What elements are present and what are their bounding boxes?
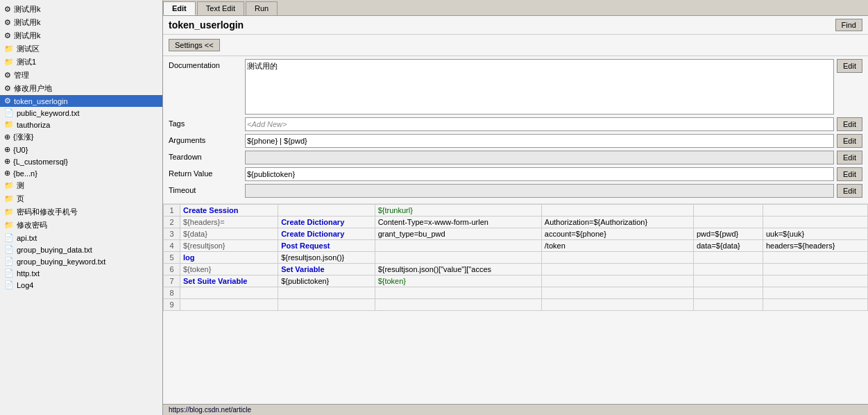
cell-r3-c2[interactable]: Create Dictionary [278, 228, 375, 240]
sidebar-item-circle3[interactable]: ⊕ {L_customersql} [0, 155, 162, 167]
sidebar-item-public-keyword[interactable]: 📄 public_keyword.txt [0, 107, 162, 119]
settings-button[interactable]: Settings << [169, 39, 220, 51]
sidebar-item-circle2[interactable]: ⊕ {U0} [0, 144, 162, 155]
cell-r7-c3[interactable]: ${token} [375, 276, 541, 287]
cell-r3-c3[interactable]: grant_type=bu_pwd [375, 228, 541, 240]
cell-r6-c5[interactable] [694, 264, 763, 276]
cell-r2-c6[interactable] [763, 217, 867, 228]
return-value-input[interactable] [245, 167, 834, 181]
tab-bar: Edit Text Edit Run [163, 0, 868, 16]
cell-r6-c3[interactable]: ${resultjson.json()["value"]["acces [375, 264, 541, 276]
sidebar-label: 测试用k [14, 4, 41, 15]
cell-r9-c6[interactable] [763, 299, 867, 311]
cell-r4-c6[interactable]: headers=${headers} [763, 240, 867, 252]
cell-r6-c6[interactable] [763, 264, 867, 276]
cell-r2-c3[interactable]: Content-Type=x-www-form-urlen [375, 217, 541, 228]
sidebar-item-tauthoriza[interactable]: 📁 tauthoriza [0, 119, 162, 130]
cell-r5-c5[interactable] [694, 252, 763, 264]
return-value-edit-button[interactable]: Edit [837, 167, 862, 181]
sidebar-item-circle4[interactable]: ⊕ {be...n} [0, 167, 162, 179]
sidebar-item-5[interactable]: 📁 测试1 [0, 56, 162, 69]
sidebar-item-circle1[interactable]: ⊕ {涨涨} [0, 130, 162, 144]
cell-r4-c4[interactable]: /token [541, 240, 693, 252]
sidebar-label: 测试用k [14, 17, 41, 28]
cell-r3-c4[interactable]: account=${phone} [541, 228, 693, 240]
cell-r8-c3[interactable] [375, 287, 541, 299]
cell-r6-c4[interactable] [541, 264, 693, 276]
cell-r1-c2[interactable] [278, 205, 375, 217]
sidebar-label: 测 [17, 180, 24, 191]
timeout-input[interactable] [245, 184, 834, 198]
cell-r7-c2[interactable]: ${publictoken} [278, 276, 375, 287]
arguments-input[interactable] [245, 134, 834, 148]
sidebar-item-log4[interactable]: 📄 Log4 [0, 279, 162, 291]
cell-r6-c2[interactable]: Set Variable [278, 264, 375, 276]
sidebar-item-group-data[interactable]: 📄 group_buying_data.txt [0, 244, 162, 255]
cell-r5-c2[interactable]: ${resultjson.json()} [278, 252, 375, 264]
cell-r2-c2[interactable]: Create Dictionary [278, 217, 375, 228]
sidebar-item-4[interactable]: 📁 测试区 [0, 42, 162, 56]
cell-r8-c1[interactable] [180, 287, 278, 299]
cell-r2-c4[interactable]: Authorization=${Authorization} [541, 217, 693, 228]
timeout-edit-button[interactable]: Edit [837, 184, 862, 198]
tab-edit[interactable]: Edit [163, 1, 196, 15]
sidebar-item-password[interactable]: 📁 密码和修改手机号 [0, 205, 162, 219]
cell-r7-c6[interactable] [763, 276, 867, 287]
cell-r6-c1[interactable]: ${token} [180, 264, 278, 276]
cell-r1-c4[interactable] [541, 205, 693, 217]
cell-r4-c5[interactable]: data=${data} [694, 240, 763, 252]
sidebar-item-modify[interactable]: ⚙ 修改用户地 [0, 82, 162, 95]
cell-r9-c3[interactable] [375, 299, 541, 311]
sidebar-item-group-keyword[interactable]: 📄 group_buying_keyword.txt [0, 255, 162, 267]
cell-r3-c5[interactable]: pwd=${pwd} [694, 228, 763, 240]
sidebar-item-change-pwd[interactable]: 📁 修改密码 [0, 219, 162, 232]
tab-text-edit[interactable]: Text Edit [197, 1, 244, 15]
cell-r8-c5[interactable] [694, 287, 763, 299]
sidebar-item-api[interactable]: 📄 api.txt [0, 232, 162, 244]
cell-r3-c6[interactable]: uuk=${uuk} [763, 228, 867, 240]
arguments-edit-button[interactable]: Edit [837, 134, 862, 148]
sidebar-item-token-userlogin[interactable]: ⚙ token_userlogin [0, 95, 162, 107]
cell-r4-c1[interactable]: ${resultjson} [180, 240, 278, 252]
cell-r9-c4[interactable] [541, 299, 693, 311]
cell-r8-c4[interactable] [541, 287, 693, 299]
documentation-edit-button[interactable]: Edit [837, 59, 862, 73]
cell-r7-c5[interactable] [694, 276, 763, 287]
cell-r7-c1[interactable]: Set Suite Variable [180, 276, 278, 287]
cell-r7-c4[interactable] [541, 276, 693, 287]
sidebar-item-page[interactable]: 📁 页 [0, 192, 162, 205]
cell-r8-c6[interactable] [763, 287, 867, 299]
cell-r9-c5[interactable] [694, 299, 763, 311]
sidebar-item-ce[interactable]: 📁 测 [0, 179, 162, 192]
find-button[interactable]: Find [835, 19, 862, 31]
cell-r1-c5[interactable] [694, 205, 763, 217]
cell-r1-c3[interactable]: ${trunkurl} [375, 205, 541, 217]
cell-r1-c6[interactable] [763, 205, 867, 217]
tab-run[interactable]: Run [246, 1, 278, 15]
cell-r2-c1[interactable]: ${headers}= [180, 217, 278, 228]
sidebar-item-1[interactable]: ⚙ 测试用k [0, 3, 162, 16]
tags-edit-button[interactable]: Edit [837, 117, 862, 131]
sidebar-label: token_userlogin [14, 97, 68, 105]
cell-r8-c2[interactable] [278, 287, 375, 299]
sidebar-item-2[interactable]: ⚙ 测试用k [0, 16, 162, 29]
sidebar-item-manage[interactable]: ⚙ 管理 [0, 69, 162, 82]
cell-r1-c1[interactable]: Create Session [180, 205, 278, 217]
documentation-textarea[interactable] [245, 59, 834, 115]
cell-r3-c1[interactable]: ${data} [180, 228, 278, 240]
sidebar-item-http[interactable]: 📄 http.txt [0, 267, 162, 279]
cell-r4-c3[interactable] [375, 240, 541, 252]
teardown-edit-button[interactable]: Edit [837, 151, 862, 164]
cell-r2-c5[interactable] [694, 217, 763, 228]
cell-r5-c6[interactable] [763, 252, 867, 264]
file-icon: 📄 [4, 269, 14, 278]
cell-r5-c1[interactable]: log [180, 252, 278, 264]
teardown-input[interactable] [245, 151, 834, 164]
cell-r5-c3[interactable] [375, 252, 541, 264]
sidebar-item-3[interactable]: ⚙ 测试用k [0, 29, 162, 42]
cell-r4-c2[interactable]: Post Request [278, 240, 375, 252]
cell-r5-c4[interactable] [541, 252, 693, 264]
tags-field[interactable]: <Add New> [245, 117, 834, 131]
cell-r9-c2[interactable] [278, 299, 375, 311]
cell-r9-c1[interactable] [180, 299, 278, 311]
